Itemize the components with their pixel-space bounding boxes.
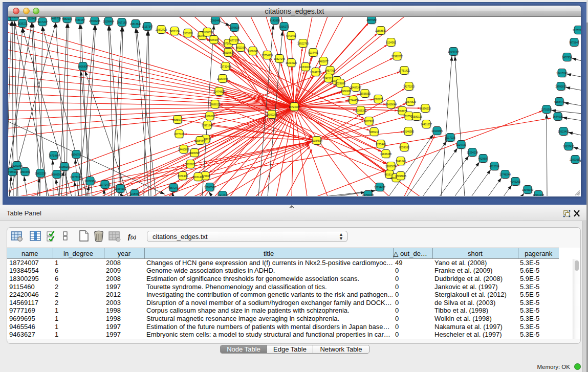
svg-text:18096865: 18096865 <box>395 174 406 177</box>
svg-text:22306335: 22306335 <box>355 108 366 112</box>
svg-text:20372723: 20372723 <box>156 28 167 31</box>
svg-text:20813640: 20813640 <box>130 22 141 25</box>
svg-text:4245263: 4245263 <box>510 180 520 183</box>
svg-text:3917183: 3917183 <box>117 20 127 24</box>
svg-text:f(x): f(x) <box>128 233 136 240</box>
svg-text:19523409: 19523409 <box>558 129 569 133</box>
svg-text:5682115: 5682115 <box>62 17 72 20</box>
svg-text:20031404: 20031404 <box>192 175 204 178</box>
svg-text:22992872: 22992872 <box>391 54 403 57</box>
svg-text:10323815: 10323815 <box>431 129 443 132</box>
svg-text:1999828: 1999828 <box>229 26 239 29</box>
svg-text:6742460: 6742460 <box>286 34 296 37</box>
svg-text:13754919: 13754919 <box>262 53 273 56</box>
svg-text:10327246: 10327246 <box>274 57 285 60</box>
svg-text:10228452: 10228452 <box>26 17 37 20</box>
svg-text:8489709: 8489709 <box>51 17 61 20</box>
svg-text:9217207: 9217207 <box>37 20 48 23</box>
svg-text:13134457: 13134457 <box>374 185 385 188</box>
svg-text:12294238: 12294238 <box>467 150 478 154</box>
svg-text:22474828: 22474828 <box>213 90 225 93</box>
svg-text:6357277: 6357277 <box>168 186 179 189</box>
svg-text:12541238: 12541238 <box>533 193 544 196</box>
svg-text:23971842: 23971842 <box>202 123 213 126</box>
svg-text:2066449: 2066449 <box>210 18 221 21</box>
svg-text:5641643: 5641643 <box>396 159 406 162</box>
svg-text:19688132: 19688132 <box>209 102 221 105</box>
svg-text:8359183: 8359183 <box>399 145 409 148</box>
svg-text:11558837: 11558837 <box>375 29 386 32</box>
svg-text:8134562: 8134562 <box>386 40 396 43</box>
svg-text:18922760: 18922760 <box>297 41 309 45</box>
svg-text:9875847: 9875847 <box>569 40 579 43</box>
svg-text:23487347: 23487347 <box>350 85 361 89</box>
svg-text:23706266: 23706266 <box>89 19 100 22</box>
svg-text:8079409: 8079409 <box>178 174 188 177</box>
svg-text:3677374: 3677374 <box>229 38 239 41</box>
svg-text:7671884: 7671884 <box>49 154 59 157</box>
svg-text:8224730: 8224730 <box>456 143 466 146</box>
svg-text:10837430: 10837430 <box>563 144 574 147</box>
svg-text:16510878: 16510878 <box>223 51 234 54</box>
svg-text:19285201: 19285201 <box>59 165 70 168</box>
svg-text:15157347: 15157347 <box>142 25 153 28</box>
svg-text:3395870: 3395870 <box>373 97 383 100</box>
svg-text:16415740: 16415740 <box>556 71 568 74</box>
svg-text:15180586: 15180586 <box>204 185 215 188</box>
svg-text:22093651: 22093651 <box>570 158 581 161</box>
svg-text:9275445: 9275445 <box>376 142 386 145</box>
svg-text:19085076: 19085076 <box>385 164 397 167</box>
svg-text:18724007: 18724007 <box>289 105 300 108</box>
svg-text:13146585: 13146585 <box>403 129 414 133</box>
svg-text:3220921: 3220921 <box>185 162 195 165</box>
svg-text:13701506: 13701506 <box>541 107 552 111</box>
svg-text:23936053: 23936053 <box>359 92 371 95</box>
svg-text:2077105: 2077105 <box>174 132 184 135</box>
svg-text:12416912: 12416912 <box>217 193 228 196</box>
svg-text:11584847: 11584847 <box>194 139 206 142</box>
svg-text:6217026: 6217026 <box>445 136 455 139</box>
svg-text:16396513: 16396513 <box>420 106 431 110</box>
svg-text:9214491: 9214491 <box>308 51 318 54</box>
svg-text:23188315: 23188315 <box>202 30 213 33</box>
svg-text:19836388: 19836388 <box>380 152 391 155</box>
svg-text:8029889: 8029889 <box>335 81 345 84</box>
svg-text:13045349: 13045349 <box>522 188 533 191</box>
svg-text:6457765: 6457765 <box>325 69 335 72</box>
svg-text:4735650: 4735650 <box>9 17 19 18</box>
svg-text:4439167: 4439167 <box>75 18 85 21</box>
svg-text:4429607: 4429607 <box>478 157 488 160</box>
svg-text:21754078: 21754078 <box>362 193 374 196</box>
svg-text:1839221: 1839221 <box>17 21 28 25</box>
svg-text:20580115: 20580115 <box>411 115 422 118</box>
svg-text:14275203: 14275203 <box>403 84 415 87</box>
svg-text:6482877: 6482877 <box>318 59 329 62</box>
svg-text:13748244: 13748244 <box>499 172 511 176</box>
svg-text:8811165: 8811165 <box>236 46 246 49</box>
svg-text:16072954: 16072954 <box>84 179 96 182</box>
svg-text:8369062: 8369062 <box>205 114 215 117</box>
svg-text:14401657: 14401657 <box>421 122 432 125</box>
svg-text:17956909: 17956909 <box>8 170 18 173</box>
svg-text:22806503: 22806503 <box>51 172 62 176</box>
svg-text:16213925: 16213925 <box>286 61 297 64</box>
svg-text:4389045: 4389045 <box>248 49 258 52</box>
svg-text:3644095: 3644095 <box>553 115 563 118</box>
svg-text:15076749: 15076749 <box>70 175 81 178</box>
svg-text:13732411: 13732411 <box>220 64 231 68</box>
svg-text:8646997: 8646997 <box>209 38 219 41</box>
svg-text:2687682: 2687682 <box>366 18 377 21</box>
svg-text:1890399: 1890399 <box>20 170 30 173</box>
svg-text:7452134: 7452134 <box>169 29 180 32</box>
svg-text:9887903: 9887903 <box>364 119 374 122</box>
svg-text:2457954: 2457954 <box>562 55 572 58</box>
svg-text:5685216: 5685216 <box>369 130 379 133</box>
svg-text:8806804: 8806804 <box>78 64 88 68</box>
svg-text:22744459: 22744459 <box>347 98 359 101</box>
svg-text:8336273: 8336273 <box>279 25 289 28</box>
svg-text:1218062: 1218062 <box>129 192 140 195</box>
svg-text:22570529: 22570529 <box>405 100 416 103</box>
svg-text:4112034: 4112034 <box>489 164 499 167</box>
svg-text:20772475: 20772475 <box>99 183 111 186</box>
svg-text:10334531: 10334531 <box>115 187 126 190</box>
